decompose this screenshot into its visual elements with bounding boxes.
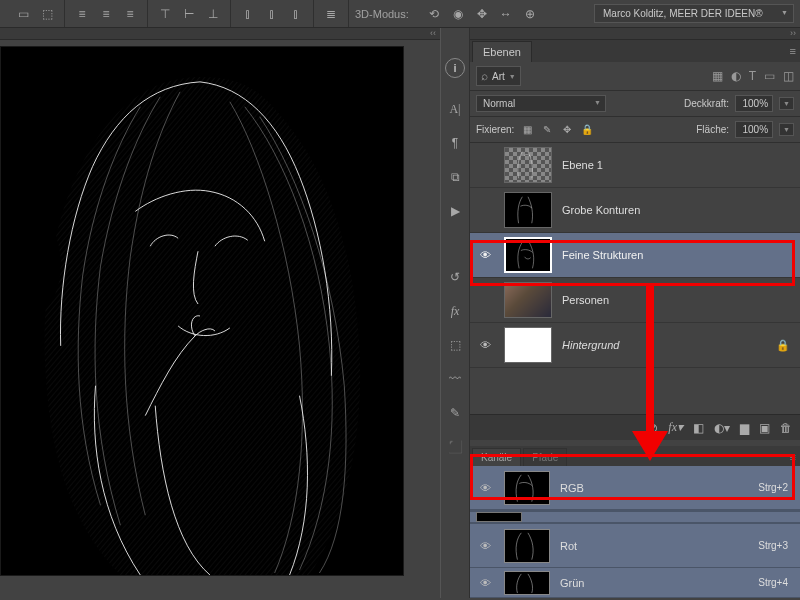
layer-row[interactable]: Personen xyxy=(470,278,800,323)
lock-transparency-icon[interactable]: ▦ xyxy=(520,124,534,135)
layer-name[interactable]: Personen xyxy=(562,294,609,306)
align-center-h-icon[interactable]: ≡ xyxy=(97,5,115,23)
filter-adjust-icon[interactable]: ◐ xyxy=(731,69,741,83)
channels-panel-menu-icon[interactable]: ≡ xyxy=(790,451,796,463)
channel-name: Grün xyxy=(560,577,584,589)
channel-row[interactable]: 👁 Grün Strg+4 xyxy=(470,568,800,598)
channel-row[interactable]: 👁 Rot Strg+3 xyxy=(470,524,800,568)
panel-collapse-icon[interactable]: ›› xyxy=(790,28,796,39)
opacity-input[interactable]: 100% xyxy=(735,95,773,112)
layer-row[interactable]: 👁 Feine Strukturen xyxy=(470,233,800,278)
swatches-panel-icon[interactable]: ⬚ xyxy=(444,334,466,356)
layers-panel-menu-icon[interactable]: ≡ xyxy=(790,45,796,57)
layer-name[interactable]: Grobe Konturen xyxy=(562,204,640,216)
opacity-label: Deckkraft: xyxy=(684,98,729,109)
workspace-dropdown[interactable]: Marco Kolditz, MEER DER IDEEN® xyxy=(594,4,794,23)
tab-layers[interactable]: Ebenen xyxy=(472,41,532,62)
collapsed-panel-dock: i A| ¶ ⧉ ▶ ↺ fx ⬚ 〰 ✎ ⬛ xyxy=(440,28,470,598)
filter-smart-icon[interactable]: ◫ xyxy=(783,69,794,83)
channel-visibility-toggle[interactable]: 👁 xyxy=(476,574,494,592)
document-canvas[interactable] xyxy=(0,46,404,576)
channel-shortcut: Strg+4 xyxy=(758,577,788,588)
autoselect-icon[interactable]: ▭ xyxy=(14,5,32,23)
layers-panel-tabs: Ebenen ≡ xyxy=(470,40,800,62)
arrange-icon[interactable]: ≣ xyxy=(322,5,340,23)
visibility-toggle[interactable] xyxy=(476,201,494,219)
channel-visibility-toggle[interactable]: 👁 xyxy=(476,479,494,497)
channel-visibility-toggle[interactable]: 👁 xyxy=(476,537,494,555)
layer-row[interactable]: 👁 Hintergrund 🔒 xyxy=(470,323,800,368)
lock-image-icon[interactable]: ✎ xyxy=(540,124,554,135)
brushes-panel-icon[interactable]: 〰 xyxy=(444,368,466,390)
history-panel-icon[interactable]: ↺ xyxy=(444,266,466,288)
3d-orbit-icon[interactable]: ⟲ xyxy=(425,5,443,23)
paragraph-panel-icon[interactable]: ¶ xyxy=(444,132,466,154)
options-bar: ▭ ⬚ ≡ ≡ ≡ ⊤ ⊢ ⊥ ⫿ ⫿ ⫿ ≣ 3D-Modus: ⟲ ◉ ✥ … xyxy=(0,0,800,28)
distribute-h-icon[interactable]: ⫿ xyxy=(239,5,257,23)
distribute-spacing-icon[interactable]: ⫿ xyxy=(287,5,305,23)
info-panel-icon[interactable]: i xyxy=(445,58,465,78)
delete-layer-icon[interactable]: 🗑 xyxy=(780,421,792,435)
transform-icon[interactable]: ⬚ xyxy=(38,5,56,23)
fill-input[interactable]: 100% xyxy=(735,121,773,138)
channel-thumbnail[interactable] xyxy=(504,571,550,595)
new-layer-icon[interactable]: ▣ xyxy=(759,421,770,435)
layer-name[interactable]: Feine Strukturen xyxy=(562,249,643,261)
layer-mask-icon[interactable]: ◧ xyxy=(693,421,704,435)
lock-position-icon[interactable]: ✥ xyxy=(560,124,574,135)
brush-settings-icon[interactable]: ✎ xyxy=(444,402,466,424)
fill-arrow[interactable]: ▼ xyxy=(779,123,794,136)
filter-shape-icon[interactable]: ▭ xyxy=(764,69,775,83)
align-top-icon[interactable]: ⊤ xyxy=(156,5,174,23)
channel-row[interactable] xyxy=(470,510,800,524)
actions-panel-icon[interactable]: ▶ xyxy=(444,200,466,222)
lock-all-icon[interactable]: 🔒 xyxy=(580,124,594,135)
layer-group-icon[interactable]: ▆ xyxy=(740,421,749,435)
layer-thumbnail[interactable] xyxy=(504,282,552,318)
layer-fx-icon[interactable]: fx▾ xyxy=(668,420,683,435)
layer-row[interactable]: Ebene 1 xyxy=(470,143,800,188)
3d-scale-icon[interactable]: ⊕ xyxy=(521,5,539,23)
mode-3d-label: 3D-Modus: xyxy=(355,8,409,20)
visibility-toggle[interactable]: 👁 xyxy=(476,336,494,354)
clone-source-icon[interactable]: ⧉ xyxy=(444,166,466,188)
filter-type-icon[interactable]: T xyxy=(749,69,756,83)
align-bottom-icon[interactable]: ⊥ xyxy=(204,5,222,23)
tool-presets-icon[interactable]: ⬛ xyxy=(444,436,466,458)
3d-roll-icon[interactable]: ◉ xyxy=(449,5,467,23)
visibility-toggle[interactable]: 👁 xyxy=(476,246,494,264)
channel-thumbnail[interactable] xyxy=(504,529,550,563)
workspace-name: Marco Kolditz, MEER DER IDEEN® xyxy=(603,8,763,19)
adjustment-layer-icon[interactable]: ◐▾ xyxy=(714,421,730,435)
right-panels: ›› Ebenen ≡ Art ▼ ▦ ◐ T ▭ ◫ Normal Deckk… xyxy=(470,28,800,598)
character-panel-icon[interactable]: A| xyxy=(444,98,466,120)
blend-mode-dropdown[interactable]: Normal xyxy=(476,95,606,112)
tab-paths[interactable]: Pfade xyxy=(523,448,567,466)
channel-row[interactable]: 👁 RGB Strg+2 xyxy=(470,466,800,510)
layer-thumbnail[interactable] xyxy=(504,147,552,183)
3d-slide-icon[interactable]: ↔ xyxy=(497,5,515,23)
layer-thumbnail[interactable] xyxy=(504,237,552,273)
channel-shortcut: Strg+3 xyxy=(758,540,788,551)
layer-row[interactable]: Grobe Konturen xyxy=(470,188,800,233)
styles-panel-icon[interactable]: fx xyxy=(444,300,466,322)
distribute-v-icon[interactable]: ⫿ xyxy=(263,5,281,23)
tab-channels[interactable]: Kanäle xyxy=(472,448,521,466)
layer-thumbnail[interactable] xyxy=(504,327,552,363)
align-right-icon[interactable]: ≡ xyxy=(121,5,139,23)
visibility-toggle[interactable] xyxy=(476,291,494,309)
filter-pixel-icon[interactable]: ▦ xyxy=(712,69,723,83)
layer-name[interactable]: Hintergrund xyxy=(562,339,619,351)
opacity-arrow[interactable]: ▼ xyxy=(779,97,794,110)
3d-pan-icon[interactable]: ✥ xyxy=(473,5,491,23)
svg-point-1 xyxy=(5,214,61,314)
align-left-icon[interactable]: ≡ xyxy=(73,5,91,23)
layer-thumbnail[interactable] xyxy=(504,192,552,228)
link-layers-icon[interactable]: ⊘ xyxy=(648,421,658,435)
layer-filter-kind[interactable]: Art ▼ xyxy=(476,66,521,86)
visibility-toggle[interactable] xyxy=(476,156,494,174)
layer-name[interactable]: Ebene 1 xyxy=(562,159,603,171)
channel-thumbnail[interactable] xyxy=(504,471,550,505)
layers-panel-footer: ⊘ fx▾ ◧ ◐▾ ▆ ▣ 🗑 xyxy=(470,414,800,440)
align-middle-icon[interactable]: ⊢ xyxy=(180,5,198,23)
